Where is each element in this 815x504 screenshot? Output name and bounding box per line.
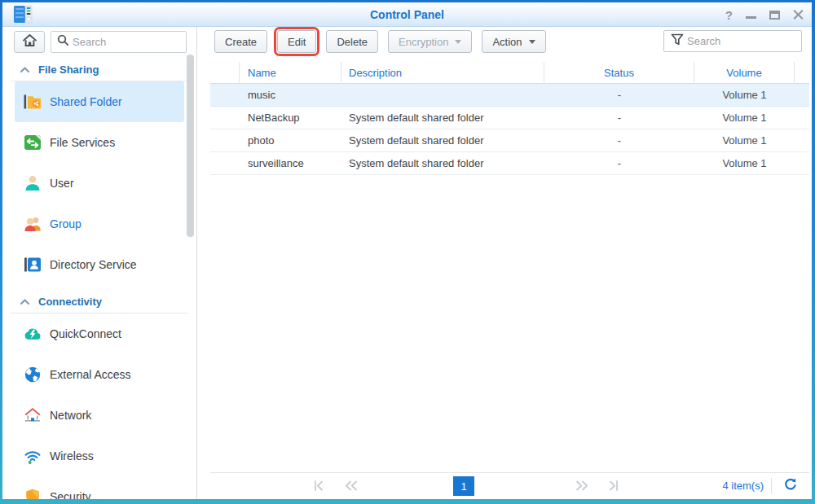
item-count-label: 4 item(s) [722, 480, 764, 492]
refresh-icon[interactable] [783, 477, 798, 495]
last-page-icon [607, 480, 620, 495]
directory-service-icon [23, 255, 42, 274]
table-search-input[interactable] [684, 35, 801, 47]
shared-folder-table: Name Description Status Volume music - V… [210, 62, 809, 175]
sidebar-scrollbar[interactable] [187, 55, 194, 237]
sidebar-item-label: External Access [50, 368, 131, 381]
window-body: File Sharing Shared Folder [2, 27, 812, 499]
shared-folder-icon [23, 92, 42, 112]
sidebar-item-label: Shared Folder [50, 95, 122, 108]
maximize-icon[interactable] [769, 11, 780, 20]
encryption-button: Encryption [388, 30, 472, 53]
sidebar-top [14, 31, 196, 53]
edit-button[interactable]: Edit [277, 30, 316, 53]
column-header-volume[interactable]: Volume [694, 62, 795, 84]
cell-description: System default shared folder [341, 112, 544, 124]
external-access-icon [23, 365, 42, 384]
sidebar-item-label: File Services [50, 136, 115, 149]
home-button[interactable] [14, 31, 45, 53]
sidebar-item-wireless[interactable]: Wireless [2, 436, 196, 476]
delete-button[interactable]: Delete [326, 30, 378, 53]
section-header-connectivity[interactable]: Connectivity [2, 294, 196, 309]
sidebar-item-file-services[interactable]: File Services [2, 122, 196, 163]
cell-name: NetBackup [240, 112, 341, 124]
sidebar-item-label: Group [50, 217, 82, 230]
dropdown-caret-icon [529, 40, 535, 44]
cell-name: music [240, 89, 341, 101]
sidebar-item-label: Security [50, 490, 91, 499]
previous-page-icon [343, 480, 359, 495]
wireless-icon [23, 446, 42, 466]
sidebar-item-label: User [50, 177, 74, 190]
current-page-button[interactable]: 1 [453, 476, 474, 496]
column-header-description[interactable]: Description [341, 62, 544, 84]
filter-icon [671, 33, 684, 49]
table-row-netbackup[interactable]: NetBackup System default shared folder -… [210, 107, 809, 129]
sidebar-item-security[interactable]: Security [2, 476, 196, 499]
cell-volume: Volume 1 [694, 134, 795, 147]
cell-description: System default shared folder [341, 134, 544, 147]
column-header-status[interactable]: Status [544, 62, 694, 84]
divider [771, 478, 772, 494]
cell-name: surveillance [240, 157, 341, 169]
close-icon[interactable] [793, 10, 804, 20]
sidebar-search [51, 31, 187, 53]
sidebar: File Sharing Shared Folder [2, 27, 197, 499]
table-row-photo[interactable]: photo System default shared folder - Vol… [210, 129, 809, 152]
file-services-icon [23, 133, 42, 152]
sidebar-item-quickconnect[interactable]: QuickConnect [2, 313, 196, 354]
table-row-surveillance[interactable]: surveillance System default shared folde… [210, 152, 809, 175]
window-controls: ? [725, 2, 804, 27]
section-label: Connectivity [38, 296, 102, 308]
sidebar-item-label: QuickConnect [50, 327, 121, 340]
sidebar-item-label: Directory Service [50, 258, 137, 271]
cell-name: photo [240, 134, 341, 147]
action-button[interactable]: Action [482, 30, 545, 53]
search-icon [57, 34, 69, 50]
window-frame: Control Panel ? [0, 0, 815, 504]
sidebar-item-external-access[interactable]: External Access [2, 354, 196, 395]
section-label: File Sharing [38, 64, 99, 76]
table-search [663, 30, 802, 52]
titlebar: Control Panel ? [2, 2, 812, 27]
sidebar-item-network[interactable]: Network [2, 395, 196, 436]
cell-status: - [544, 89, 694, 101]
main-panel: Create Edit Delete Encryption Action [197, 27, 812, 499]
table-header: Name Description Status Volume [210, 62, 809, 84]
sidebar-item-group[interactable]: Group [2, 204, 196, 244]
next-page-icon [575, 480, 590, 495]
toolbar: Create Edit Delete Encryption Action [197, 27, 812, 56]
sidebar-search-input[interactable] [69, 36, 186, 48]
action-button-label: Action [492, 36, 522, 48]
cell-volume: Volume 1 [694, 157, 795, 169]
sidebar-item-user[interactable]: User [2, 163, 196, 204]
control-panel-window: Control Panel ? [2, 2, 812, 499]
section-header-file-sharing[interactable]: File Sharing [2, 62, 196, 77]
sidebar-item-directory-service[interactable]: Directory Service [2, 244, 196, 285]
quickconnect-icon [23, 324, 42, 344]
sidebar-item-shared-folder[interactable]: Shared Folder [15, 81, 184, 122]
cell-volume: Volume 1 [694, 89, 795, 101]
home-icon [22, 33, 37, 50]
cell-status: - [544, 134, 694, 147]
cell-description: System default shared folder [341, 157, 544, 169]
cell-status: - [544, 112, 694, 124]
create-button[interactable]: Create [214, 30, 267, 53]
chevron-up-icon [20, 296, 30, 308]
first-page-icon [312, 480, 325, 495]
page-title: Control Panel [2, 2, 812, 27]
help-icon[interactable]: ? [725, 9, 733, 21]
user-icon [23, 173, 42, 193]
column-header-name[interactable]: Name [240, 62, 341, 84]
cell-status: - [544, 157, 694, 169]
table-row-music[interactable]: music - Volume 1 [210, 84, 809, 107]
sidebar-item-label: Wireless [50, 449, 94, 462]
minimize-icon[interactable] [746, 16, 756, 19]
pagination-bar: 1 4 item(s) [210, 472, 809, 499]
group-icon [23, 214, 42, 234]
dropdown-caret-icon [455, 40, 461, 44]
control-panel-logo-icon [13, 5, 33, 28]
sidebar-item-label: Network [50, 409, 91, 422]
column-header-sliver [795, 62, 809, 84]
security-icon [23, 487, 42, 499]
